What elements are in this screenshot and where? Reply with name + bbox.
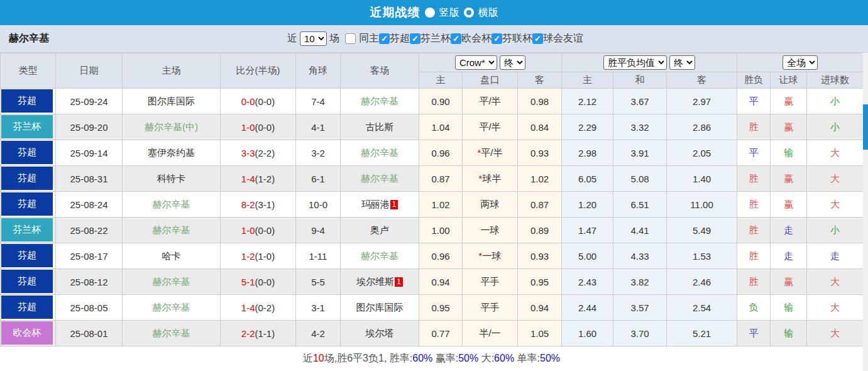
goals-result-cell: 大 [807, 321, 864, 346]
ah-line: 两球 [463, 192, 518, 218]
league-checkbox-label[interactable]: 芬兰杯 [420, 32, 451, 45]
away-team[interactable]: 古比斯 [341, 114, 419, 140]
away-team[interactable]: 赫尔辛基 [341, 140, 419, 166]
league-type-cell: 芬兰杯 [1, 114, 56, 140]
league-checkbox-checked[interactable]: ✓ [492, 33, 502, 44]
handicap-result-cell: 赢 [771, 192, 807, 218]
recent-label: 近 [287, 32, 297, 45]
home-team[interactable]: 科特卡 [123, 166, 221, 192]
goals-result-cell: 大 [807, 192, 864, 218]
eu-away-odds: 2.86 [667, 114, 737, 140]
europe-odds-select[interactable]: 胜平负均值 [603, 55, 667, 70]
league-type-cell: 芬兰杯 [1, 218, 56, 243]
score-cell: 1-4(1-2) [221, 166, 296, 192]
league-checkbox-label[interactable]: 芬联杯 [502, 32, 532, 45]
handicap-result-cell: 输 [771, 295, 807, 321]
score-cell: 1-0(0-0) [221, 114, 296, 140]
horizontal-radio-icon[interactable] [464, 8, 474, 18]
away-team[interactable]: 赫尔辛基 [341, 89, 419, 114]
sub-header-goals: 进球数 [807, 72, 864, 89]
home-team[interactable]: 赫尔辛基 [123, 218, 221, 243]
ah-away-odds: 0.84 [518, 114, 562, 140]
home-team[interactable]: 赫尔辛基 [123, 295, 221, 321]
home-team[interactable]: 赫尔辛基 [123, 269, 221, 295]
summary-footer: 近10场,胜6平3负1, 胜率:60% 赢率:50% 大:60% 单率:50% [0, 346, 863, 371]
result-cell: 胜 [737, 218, 771, 243]
eu-away-odds: 1.40 [667, 166, 737, 192]
league-checkbox-checked[interactable]: ✓ [451, 33, 461, 44]
ah-home-odds: 1.04 [419, 114, 463, 140]
red-card-badge: 1 [390, 200, 398, 209]
result-header: 全场 [737, 53, 864, 72]
eu-away-odds: 5.49 [667, 218, 737, 243]
goals-result-cell: 小 [807, 218, 864, 243]
col-header-home: 主场 [123, 53, 221, 89]
league-checkbox-label[interactable]: 欧会杯 [461, 32, 492, 45]
handicap-result-cell: 赢 [771, 269, 807, 295]
away-team[interactable]: 奥卢 [341, 218, 419, 243]
date-cell: 25-08-31 [56, 166, 123, 192]
horizontal-radio-label[interactable]: 横版 [478, 6, 498, 19]
sub-header-ah-line: 盘口 [463, 72, 518, 89]
recent-count-select[interactable]: 10 [300, 31, 327, 46]
scrollbar-thumb[interactable] [863, 104, 868, 150]
away-team[interactable]: 埃尔塔 [341, 321, 419, 346]
league-type-cell: 欧会杯 [1, 321, 56, 346]
home-team[interactable]: 图尔库国际 [123, 89, 221, 114]
col-header-score: 比分(半场) [221, 53, 296, 89]
date-cell: 25-08-12 [56, 269, 123, 295]
vertical-radio-selected-icon[interactable] [425, 8, 435, 18]
handicap-result-cell: 走 [771, 243, 807, 269]
ah-away-odds: 0.93 [518, 140, 562, 166]
league-checkbox-checked[interactable]: ✓ [532, 33, 543, 44]
ah-away-odds: 0.94 [518, 295, 562, 321]
date-cell: 25-09-24 [56, 89, 123, 114]
away-team[interactable]: 赫尔辛基 [341, 243, 419, 269]
league-checkbox-label[interactable]: 球会友谊 [543, 32, 583, 45]
eu-home-odds: 2.98 [562, 140, 613, 166]
league-checkbox-label[interactable]: 芬超 [390, 32, 410, 45]
home-team[interactable]: 哈卡 [123, 243, 221, 269]
scrollbar-track[interactable] [863, 53, 868, 371]
away-team[interactable]: 图尔库国际 [341, 295, 419, 321]
bookmaker-select[interactable]: Crow* [455, 55, 497, 70]
handicap-result-cell: 赢 [771, 89, 807, 114]
eu-time-select[interactable]: 终 [669, 55, 695, 70]
scope-select[interactable]: 全场 [783, 55, 818, 70]
away-team[interactable]: 玛丽港1 [341, 192, 419, 218]
eu-away-odds: 2.97 [667, 89, 737, 114]
filter-bar: 赫尔辛基 近 10 场 同主 ✓芬超✓芬兰杯✓欧会杯✓芬联杯✓球会友谊 [0, 25, 868, 53]
ah-line: *球半 [463, 166, 518, 192]
ah-time-select[interactable]: 终 [500, 55, 525, 70]
ah-line: *平/半 [463, 140, 518, 166]
result-cell: 胜 [737, 243, 771, 269]
same-home-label: 同主 [359, 32, 379, 45]
eu-away-odds: 2.54 [667, 295, 737, 321]
home-team[interactable]: 赫尔辛基 [123, 321, 221, 346]
home-team[interactable]: 赫尔辛基 [123, 192, 221, 218]
same-home-checkbox[interactable] [345, 33, 356, 44]
handicap-result-cell: 走 [771, 218, 807, 243]
corner-cell: 5-5 [296, 269, 341, 295]
col-header-type: 类型 [1, 53, 56, 89]
handicap-result-cell: 输 [771, 140, 807, 166]
result-cell: 胜 [737, 192, 771, 218]
date-cell: 25-08-22 [56, 218, 123, 243]
corner-cell: 3-1 [296, 295, 341, 321]
ah-home-odds: 0.90 [419, 89, 463, 114]
ah-line: 平手 [463, 295, 518, 321]
ah-line: 一球 [463, 218, 518, 243]
table-row: 芬超25-08-31科特卡1-4(1-2)6-1赫尔辛基0.87*球半1.026… [1, 166, 864, 192]
eu-draw-odds: 3.32 [613, 114, 667, 140]
home-team[interactable]: 塞伊奈约基 [123, 140, 221, 166]
league-type-cell: 芬超 [1, 166, 56, 192]
summary-text: 近10场,胜6平3负1, 胜率:60% 赢率:50% 大:60% 单率:50% [303, 352, 560, 365]
away-team[interactable]: 埃尔维斯1 [341, 269, 419, 295]
vertical-radio-label[interactable]: 竖版 [439, 6, 459, 19]
league-checkbox-checked[interactable]: ✓ [410, 33, 420, 44]
date-cell: 25-08-01 [56, 321, 123, 346]
table-row: 芬超25-09-14塞伊奈约基3-3(2-2)3-2赫尔辛基0.96*平/半0.… [1, 140, 864, 166]
league-checkbox-checked[interactable]: ✓ [379, 33, 390, 44]
away-team[interactable]: 赫尔辛基 [341, 166, 419, 192]
home-team[interactable]: 赫尔辛基(中) [123, 114, 221, 140]
